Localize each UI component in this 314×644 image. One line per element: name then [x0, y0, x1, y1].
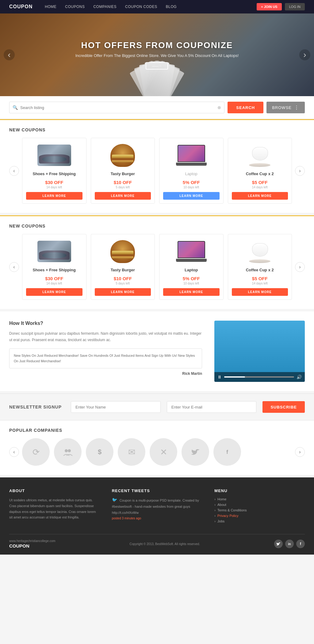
footer-tweets-title: RECENT TWEETS	[112, 488, 202, 493]
coupon-image-shoes-1	[26, 143, 82, 168]
learn-more-s2-btn-3[interactable]: LEARN MORE	[163, 288, 220, 296]
footer-menu-about[interactable]: About	[214, 503, 305, 507]
coupon-image-coffee-2	[232, 239, 288, 264]
footer-about: ABOUT Ut sodales ultrices metus, at mole…	[9, 488, 100, 525]
learn-more-s2-btn-1[interactable]: LEARN MORE	[26, 288, 82, 296]
nav-home[interactable]: HOME	[45, 5, 56, 9]
carousel-right-arrow-1[interactable]: ›	[295, 166, 305, 176]
carousel-left-arrow-1[interactable]: ‹	[9, 166, 19, 176]
learn-more-btn-3[interactable]: LEARN MORE	[163, 192, 220, 200]
learn-more-btn-4[interactable]: LEARN MORE	[232, 192, 288, 200]
carousel-right-arrow-2[interactable]: ›	[295, 262, 305, 272]
how-quote: New Styles On Just Reduced Merchandise! …	[9, 348, 202, 368]
coupon-discount-1: $30 OFF	[45, 180, 63, 185]
social-linkedin-icon[interactable]: in	[285, 540, 294, 548]
video-volume-icon[interactable]: 🔊	[297, 375, 302, 379]
carousel-left-arrow-2[interactable]: ‹	[9, 262, 19, 272]
footer: ABOUT Ut sodales ultrices metus, at mole…	[0, 477, 314, 555]
companies-right-arrow[interactable]: ›	[295, 447, 305, 457]
video-controls: ⏸ 🔊	[214, 372, 305, 382]
coupons-grid-2: Shoes + Free Shipping $30 OFF 14 days le…	[22, 234, 292, 300]
coupons-grid-1: Shoes + Free Shipping $30 OFF 14 days le…	[22, 138, 292, 204]
footer-brand: COUPON	[9, 543, 56, 548]
footer-menu-home-label: Home	[217, 497, 226, 501]
nav-blog[interactable]: BLOG	[166, 5, 177, 9]
coupons-row-2: ‹ Shoes + Free Shipping $30 OFF 14 days …	[9, 234, 305, 300]
burger-image	[110, 144, 135, 167]
footer-about-text: Ut sodales ultrices metus, at molestie t…	[9, 497, 100, 520]
search-input[interactable]	[20, 105, 217, 110]
svg-point-1	[68, 449, 71, 452]
video-pause-icon[interactable]: ⏸	[217, 375, 222, 379]
company-logo-6[interactable]	[182, 438, 209, 466]
nav-coupon-codes[interactable]: COUPON CODES	[125, 5, 157, 9]
learn-more-s2-btn-2[interactable]: LEARN MORE	[95, 288, 151, 296]
newsletter-email-input[interactable]	[167, 401, 257, 413]
footer-tweet: 🐦 Coupon is a multi-purpose PSD template…	[112, 497, 202, 520]
newsletter-name-input[interactable]	[71, 401, 161, 413]
coupon-discount-2: $10 OFF	[114, 180, 132, 185]
footer-menu-privacy[interactable]: Privacy Policy	[214, 514, 305, 518]
coupon-discount-s2-1: $30 OFF	[45, 276, 63, 281]
footer-menu-jobs[interactable]: Jobs	[214, 519, 305, 523]
coupon-days-4: 14 days left	[252, 186, 268, 189]
laptop-image-2	[176, 241, 207, 262]
hero-section: ‹ HOT OFFERS FROM COUPONIZE Incredible O…	[0, 13, 314, 96]
coffee-image-2	[247, 240, 272, 263]
nav-right: + JOIN US LOG IN	[257, 3, 305, 10]
coupon-discount-4: $5 OFF	[252, 180, 268, 185]
twitter-icon: 🐦	[112, 497, 117, 502]
social-twitter-icon[interactable]	[274, 540, 283, 548]
hero-title: HOT OFFERS FROM COUPONIZE	[75, 40, 239, 50]
companies-title: POPULAR COMPANIES	[9, 428, 305, 433]
coupon-image-burger-1	[95, 143, 151, 168]
video-progress-bar[interactable]	[224, 376, 294, 378]
coupon-days-2: 5 days left	[116, 186, 130, 189]
learn-more-btn-2[interactable]: LEARN MORE	[95, 192, 151, 200]
how-author: Rick Martin	[9, 371, 202, 376]
nav-coupons[interactable]: COUPONS	[65, 5, 85, 9]
coupon-days-3: 10 days left	[183, 186, 199, 189]
learn-more-btn-1[interactable]: LEARN MORE	[26, 192, 82, 200]
company-logo-2[interactable]	[54, 438, 82, 466]
browse-button[interactable]: BROWSE ⋮	[266, 102, 305, 113]
nav-companies[interactable]: COMPANIES	[93, 5, 117, 9]
companies-left-arrow[interactable]: ‹	[9, 447, 19, 457]
video-progress-fill	[224, 376, 245, 378]
hero-next-arrow[interactable]: ›	[299, 49, 310, 60]
login-button[interactable]: LOG IN	[285, 3, 305, 10]
company-logo-5[interactable]: ✕	[150, 438, 177, 466]
learn-more-s2-btn-4[interactable]: LEARN MORE	[232, 288, 288, 296]
social-facebook-icon[interactable]: f	[296, 540, 305, 548]
hero-prev-arrow[interactable]: ‹	[4, 49, 15, 60]
search-button[interactable]: SEARCH	[228, 102, 263, 113]
brand-logo: COUPON	[9, 4, 33, 9]
companies-section: POPULAR COMPANIES ‹ ⟳ $ ✉ ✕ f ›	[0, 420, 314, 475]
join-button[interactable]: + JOIN US	[257, 3, 282, 10]
footer-menu-title: MENU	[214, 488, 305, 493]
footer-menu-home[interactable]: Home	[214, 497, 305, 501]
footer-bottom-left: www.heritagechristiancollege.com COUPON	[9, 539, 56, 548]
footer-menu-terms[interactable]: Terms & Conditions	[214, 508, 305, 512]
coupons-section-2: NEW COUPONS ‹ Shoes + Free Shipping $30 …	[0, 215, 314, 309]
shoes-image	[37, 145, 71, 166]
company-logo-1[interactable]: ⟳	[22, 438, 50, 466]
coupon-name-2: Tasty Burger	[111, 171, 135, 177]
coupon-card-shoes-2: Shoes + Free Shipping $30 OFF 14 days le…	[22, 234, 86, 300]
coupon-days-s2-2: 5 days left	[116, 282, 130, 285]
company-logo-7[interactable]: f	[213, 438, 241, 466]
coupons-section-1: NEW COUPONS ‹ Shoes + Free Shipping $30 …	[0, 119, 314, 213]
coupon-days-1: 14 days left	[46, 186, 62, 189]
coupon-image-laptop-1	[163, 143, 220, 168]
coupon-image-shoes-2	[26, 239, 82, 264]
company-logo-4[interactable]: ✉	[118, 438, 145, 466]
section1-title: NEW COUPONS	[9, 127, 305, 132]
company-logo-3[interactable]: $	[86, 438, 113, 466]
hero-cta-button[interactable]: ——→	[146, 62, 168, 70]
search-clear-icon[interactable]: ⊗	[217, 105, 221, 110]
search-section: 🔍 ⊗ SEARCH BROWSE ⋮	[0, 96, 314, 119]
coupon-name-1: Shoes + Free Shipping	[33, 171, 76, 177]
search-icon: 🔍	[13, 105, 18, 110]
subscribe-button[interactable]: SUBSCRIBE	[262, 401, 305, 413]
newsletter-title: NEWSLETTER SIGNUP	[9, 405, 62, 409]
